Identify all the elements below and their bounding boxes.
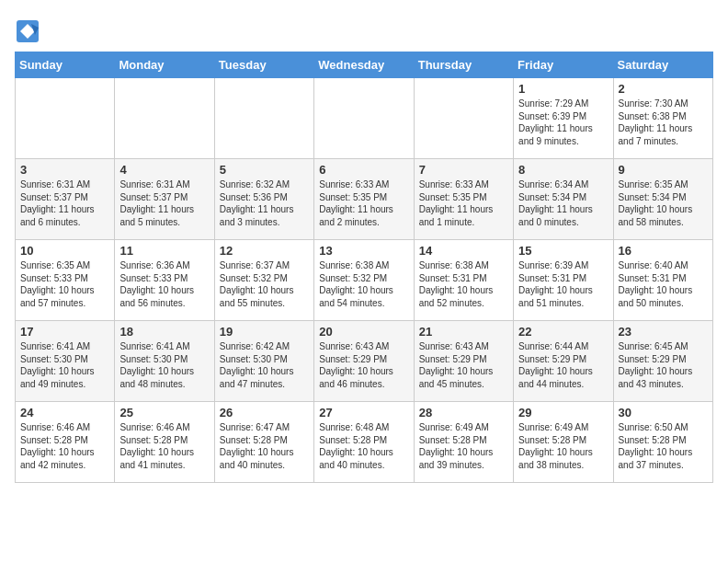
calendar-day-cell: 3Sunrise: 6:31 AM Sunset: 5:37 PM Daylig…	[16, 159, 115, 240]
day-number: 5	[220, 163, 309, 177]
day-info: Sunrise: 6:38 AM Sunset: 5:32 PM Dayligh…	[319, 259, 408, 309]
calendar-day-cell: 7Sunrise: 6:33 AM Sunset: 5:35 PM Daylig…	[414, 159, 513, 240]
day-number: 20	[319, 325, 408, 339]
day-number: 28	[419, 406, 508, 419]
calendar-day-cell	[214, 78, 313, 159]
day-info: Sunrise: 7:30 AM Sunset: 6:38 PM Dayligh…	[619, 98, 708, 147]
calendar-day-cell: 28Sunrise: 6:49 AM Sunset: 5:28 PM Dayli…	[414, 402, 513, 483]
day-info: Sunrise: 6:49 AM Sunset: 5:28 PM Dayligh…	[518, 421, 608, 471]
calendar-week-row: 10Sunrise: 6:35 AM Sunset: 5:33 PM Dayli…	[16, 240, 713, 321]
calendar-day-cell: 13Sunrise: 6:38 AM Sunset: 5:32 PM Dayli…	[314, 240, 414, 321]
weekday-header-wednesday: Wednesday	[314, 52, 414, 78]
calendar-day-cell: 5Sunrise: 6:32 AM Sunset: 5:36 PM Daylig…	[214, 159, 313, 240]
day-info: Sunrise: 6:39 AM Sunset: 5:31 PM Dayligh…	[518, 259, 608, 309]
day-info: Sunrise: 6:33 AM Sunset: 5:35 PM Dayligh…	[319, 178, 408, 228]
day-info: Sunrise: 6:34 AM Sunset: 5:34 PM Dayligh…	[518, 178, 608, 228]
calendar-day-cell: 23Sunrise: 6:45 AM Sunset: 5:29 PM Dayli…	[613, 321, 712, 402]
day-number: 30	[619, 406, 708, 419]
calendar-day-cell: 12Sunrise: 6:37 AM Sunset: 5:32 PM Dayli…	[214, 240, 313, 321]
day-number: 29	[518, 406, 608, 419]
weekday-header-thursday: Thursday	[414, 52, 513, 78]
calendar-day-cell	[115, 78, 214, 159]
day-info: Sunrise: 6:41 AM Sunset: 5:30 PM Dayligh…	[119, 340, 209, 390]
day-info: Sunrise: 6:31 AM Sunset: 5:37 PM Dayligh…	[20, 178, 109, 228]
day-number: 4	[119, 163, 209, 177]
day-number: 7	[419, 163, 508, 177]
header	[15, 15, 713, 44]
day-info: Sunrise: 6:45 AM Sunset: 5:29 PM Dayligh…	[619, 340, 708, 390]
day-info: Sunrise: 6:32 AM Sunset: 5:36 PM Dayligh…	[220, 178, 309, 228]
day-info: Sunrise: 6:33 AM Sunset: 5:35 PM Dayligh…	[419, 178, 508, 228]
weekday-header-sunday: Sunday	[16, 52, 115, 78]
calendar-day-cell	[16, 78, 115, 159]
calendar-day-cell: 10Sunrise: 6:35 AM Sunset: 5:33 PM Dayli…	[16, 240, 115, 321]
day-info: Sunrise: 6:31 AM Sunset: 5:37 PM Dayligh…	[119, 178, 209, 228]
day-number: 8	[518, 163, 608, 177]
day-number: 14	[419, 244, 508, 258]
day-info: Sunrise: 6:44 AM Sunset: 5:29 PM Dayligh…	[518, 340, 608, 390]
day-info: Sunrise: 6:46 AM Sunset: 5:28 PM Dayligh…	[20, 421, 109, 471]
calendar-day-cell: 24Sunrise: 6:46 AM Sunset: 5:28 PM Dayli…	[16, 402, 115, 483]
day-number: 2	[619, 82, 708, 96]
calendar-day-cell: 19Sunrise: 6:42 AM Sunset: 5:30 PM Dayli…	[214, 321, 313, 402]
day-info: Sunrise: 6:40 AM Sunset: 5:31 PM Dayligh…	[619, 259, 708, 309]
day-info: Sunrise: 6:48 AM Sunset: 5:28 PM Dayligh…	[319, 421, 408, 471]
day-info: Sunrise: 6:38 AM Sunset: 5:31 PM Dayligh…	[419, 259, 508, 309]
calendar-day-cell: 21Sunrise: 6:43 AM Sunset: 5:29 PM Dayli…	[414, 321, 513, 402]
calendar-day-cell: 17Sunrise: 6:41 AM Sunset: 5:30 PM Dayli…	[16, 321, 115, 402]
calendar-day-cell: 27Sunrise: 6:48 AM Sunset: 5:28 PM Dayli…	[314, 402, 414, 483]
calendar-day-cell: 20Sunrise: 6:43 AM Sunset: 5:29 PM Dayli…	[314, 321, 414, 402]
weekday-header-row: SundayMondayTuesdayWednesdayThursdayFrid…	[16, 52, 713, 78]
calendar-week-row: 24Sunrise: 6:46 AM Sunset: 5:28 PM Dayli…	[16, 402, 713, 483]
day-info: Sunrise: 6:43 AM Sunset: 5:29 PM Dayligh…	[419, 340, 508, 390]
weekday-header-friday: Friday	[514, 52, 613, 78]
logo-icon	[15, 18, 40, 44]
weekday-header-saturday: Saturday	[613, 52, 712, 78]
calendar-day-cell: 30Sunrise: 6:50 AM Sunset: 5:28 PM Dayli…	[613, 402, 712, 483]
calendar-day-cell: 18Sunrise: 6:41 AM Sunset: 5:30 PM Dayli…	[115, 321, 214, 402]
day-info: Sunrise: 6:35 AM Sunset: 5:33 PM Dayligh…	[20, 259, 109, 309]
calendar-day-cell: 14Sunrise: 6:38 AM Sunset: 5:31 PM Dayli…	[414, 240, 513, 321]
calendar-day-cell	[314, 78, 414, 159]
weekday-header-tuesday: Tuesday	[214, 52, 313, 78]
calendar-day-cell: 4Sunrise: 6:31 AM Sunset: 5:37 PM Daylig…	[115, 159, 214, 240]
day-number: 15	[518, 244, 608, 258]
calendar-day-cell: 2Sunrise: 7:30 AM Sunset: 6:38 PM Daylig…	[613, 78, 712, 159]
day-number: 1	[518, 82, 608, 96]
day-number: 10	[20, 244, 109, 258]
day-info: Sunrise: 6:35 AM Sunset: 5:34 PM Dayligh…	[619, 178, 708, 228]
day-number: 18	[119, 325, 209, 339]
day-number: 26	[220, 406, 309, 419]
day-info: Sunrise: 6:47 AM Sunset: 5:28 PM Dayligh…	[220, 421, 309, 471]
day-number: 27	[319, 406, 408, 419]
calendar-week-row: 1Sunrise: 7:29 AM Sunset: 6:39 PM Daylig…	[16, 78, 713, 159]
logo	[15, 18, 44, 44]
calendar-day-cell: 16Sunrise: 6:40 AM Sunset: 5:31 PM Dayli…	[613, 240, 712, 321]
day-info: Sunrise: 6:43 AM Sunset: 5:29 PM Dayligh…	[319, 340, 408, 390]
day-number: 21	[419, 325, 508, 339]
calendar-day-cell: 26Sunrise: 6:47 AM Sunset: 5:28 PM Dayli…	[214, 402, 313, 483]
day-number: 13	[319, 244, 408, 258]
weekday-header-monday: Monday	[115, 52, 214, 78]
day-number: 6	[319, 163, 408, 177]
calendar-week-row: 17Sunrise: 6:41 AM Sunset: 5:30 PM Dayli…	[16, 321, 713, 402]
day-info: Sunrise: 6:36 AM Sunset: 5:33 PM Dayligh…	[119, 259, 209, 309]
calendar-day-cell: 15Sunrise: 6:39 AM Sunset: 5:31 PM Dayli…	[514, 240, 613, 321]
day-number: 3	[20, 163, 109, 177]
day-number: 25	[119, 406, 209, 419]
day-info: Sunrise: 7:29 AM Sunset: 6:39 PM Dayligh…	[518, 98, 608, 147]
calendar-day-cell: 6Sunrise: 6:33 AM Sunset: 5:35 PM Daylig…	[314, 159, 414, 240]
day-info: Sunrise: 6:42 AM Sunset: 5:30 PM Dayligh…	[220, 340, 309, 390]
day-number: 17	[20, 325, 109, 339]
day-number: 16	[619, 244, 708, 258]
calendar-day-cell: 29Sunrise: 6:49 AM Sunset: 5:28 PM Dayli…	[514, 402, 613, 483]
calendar-day-cell: 9Sunrise: 6:35 AM Sunset: 5:34 PM Daylig…	[613, 159, 712, 240]
calendar-table: SundayMondayTuesdayWednesdayThursdayFrid…	[15, 52, 713, 483]
day-number: 24	[20, 406, 109, 419]
day-number: 12	[220, 244, 309, 258]
day-info: Sunrise: 6:37 AM Sunset: 5:32 PM Dayligh…	[220, 259, 309, 309]
calendar-day-cell: 8Sunrise: 6:34 AM Sunset: 5:34 PM Daylig…	[514, 159, 613, 240]
day-info: Sunrise: 6:50 AM Sunset: 5:28 PM Dayligh…	[619, 421, 708, 471]
day-number: 23	[619, 325, 708, 339]
day-number: 11	[119, 244, 209, 258]
